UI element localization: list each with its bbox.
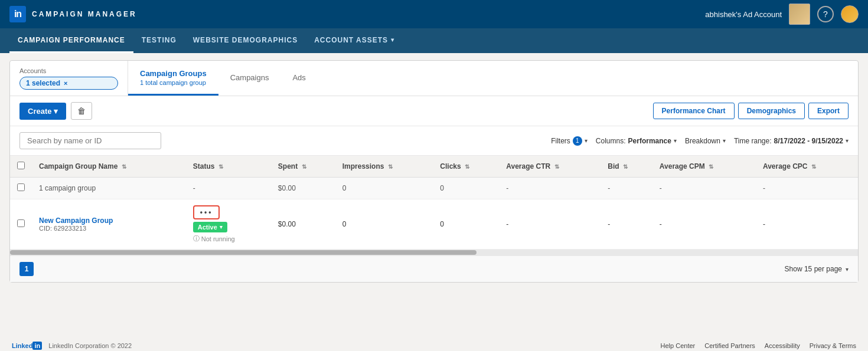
col-avg-cpc-sort[interactable]: ⇅ <box>811 163 816 170</box>
columns-label: Columns: <box>596 137 626 145</box>
select-all-checkbox[interactable] <box>17 162 25 169</box>
tab-ads-label: Ads <box>292 73 305 82</box>
row-action-button[interactable]: ••• <box>193 205 220 219</box>
tab-campaign-groups-label: Campaign Groups <box>140 69 207 78</box>
col-spent-sort[interactable]: ⇅ <box>302 163 306 170</box>
columns-dropdown[interactable]: Columns: Performance ▾ <box>596 137 677 145</box>
row-bid: - <box>601 199 652 250</box>
accounts-selected-text: 1 selected <box>26 79 60 87</box>
row-avg-cpc: - <box>756 199 858 250</box>
account-name: abhishek's Ad Account <box>705 10 782 19</box>
summary-status: - <box>186 178 271 199</box>
footer-accessibility[interactable]: Accessibility <box>765 342 800 349</box>
col-clicks-sort[interactable]: ⇅ <box>465 163 469 170</box>
breakdown-dropdown[interactable]: Breakdown ▾ <box>685 137 726 145</box>
create-button[interactable]: Create ▾ <box>19 103 66 120</box>
page-1-button[interactable]: 1 <box>19 262 34 276</box>
accounts-section: Accounts 1 selected × <box>10 61 128 96</box>
pagination-bar: 1 Show 15 per page ▾ <box>10 255 858 282</box>
accounts-clear-icon[interactable]: × <box>64 80 67 87</box>
row-impressions: 0 <box>335 199 433 250</box>
summary-impressions: 0 <box>335 178 433 199</box>
app-title: CAMPAIGN MANAGER <box>32 10 137 18</box>
col-status-sort[interactable]: ⇅ <box>218 163 223 170</box>
scroll-thumb[interactable] <box>10 250 477 255</box>
row-avg-cpm: - <box>652 199 756 250</box>
status-active-badge[interactable]: Active ▾ <box>193 222 227 232</box>
main-card: Accounts 1 selected × Campaign Groups 1 … <box>9 60 859 283</box>
horizontal-scrollbar[interactable] <box>10 250 858 255</box>
table-wrap: Campaign Group Name ⇅ Status ⇅ Spent ⇅ <box>10 156 858 250</box>
summary-clicks: 0 <box>433 178 499 199</box>
delete-button[interactable]: 🗑 <box>71 102 92 120</box>
show-per-page-chevron: ▾ <box>846 266 849 273</box>
account-avatar <box>789 4 810 25</box>
time-range-label: Time range: <box>734 137 772 145</box>
col-bid-sort[interactable]: ⇅ <box>623 163 628 170</box>
export-button[interactable]: Export <box>808 103 849 119</box>
footer-logo: Linkedin <box>12 342 42 350</box>
secondary-nav: CAMPAIGN PERFORMANCE TESTING WEBSITE DEM… <box>0 28 868 53</box>
main-content: Accounts 1 selected × Campaign Groups 1 … <box>0 53 868 336</box>
breakdown-label: Breakdown <box>685 137 720 145</box>
col-avg-ctr-sort[interactable]: ⇅ <box>554 163 559 170</box>
campaign-group-link[interactable]: New Campaign Group <box>39 216 179 225</box>
top-bar-left: in CAMPAIGN MANAGER <box>9 6 137 22</box>
card-header: Accounts 1 selected × Campaign Groups 1 … <box>10 61 858 96</box>
toolbar: Create ▾ 🗑 Performance Chart Demographic… <box>10 96 858 126</box>
nav-website-demographics[interactable]: WEBSITE DEMOGRAPHICS <box>185 28 306 53</box>
filters-count: 1 <box>573 136 582 146</box>
footer: Linkedin LinkedIn Corporation © 2022 Hel… <box>0 336 868 351</box>
col-avg-ctr: Average CTR ⇅ <box>499 156 601 178</box>
not-running-status: ⓘ Not running <box>193 234 264 243</box>
accounts-label: Accounts <box>19 67 118 74</box>
breakdown-chevron: ▾ <box>723 137 726 144</box>
nav-account-assets[interactable]: ACCOUNT ASSETS ▾ <box>306 28 403 53</box>
performance-chart-button[interactable]: Performance Chart <box>653 103 735 119</box>
col-impressions-sort[interactable]: ⇅ <box>388 163 393 170</box>
col-bid: Bid ⇅ <box>601 156 652 178</box>
row-checkbox[interactable] <box>17 219 25 227</box>
nav-testing[interactable]: TESTING <box>133 28 185 53</box>
filters-dropdown[interactable]: Filters 1 ▾ <box>551 136 588 146</box>
tab-campaigns[interactable]: Campaigns <box>218 61 281 96</box>
search-input[interactable] <box>19 132 161 149</box>
tab-campaigns-label: Campaigns <box>230 73 269 82</box>
top-bar-right: abhishek's Ad Account ? <box>705 4 859 25</box>
show-per-page-dropdown[interactable]: Show 15 per page ▾ <box>785 265 849 273</box>
filters-label: Filters <box>551 137 570 145</box>
footer-privacy-terms[interactable]: Privacy & Terms <box>810 342 856 349</box>
summary-bid: - <box>601 178 652 199</box>
col-avg-cpm: Average CPM ⇅ <box>652 156 756 178</box>
summary-checkbox[interactable] <box>17 183 25 191</box>
col-clicks: Clicks ⇅ <box>433 156 499 178</box>
filters-chevron: ▾ <box>585 137 588 144</box>
filter-bar: Filters 1 ▾ Columns: Performance ▾ Break… <box>10 126 858 156</box>
tab-campaign-groups-sub: 1 total campaign group <box>140 79 207 86</box>
status-chevron: ▾ <box>220 224 223 230</box>
footer-left: Linkedin LinkedIn Corporation © 2022 <box>12 342 132 349</box>
user-avatar[interactable] <box>841 5 859 23</box>
col-name-sort[interactable]: ⇅ <box>122 163 126 170</box>
campaign-groups-table: Campaign Group Name ⇅ Status ⇅ Spent ⇅ <box>10 156 858 250</box>
footer-links: Help Center Certified Partners Accessibi… <box>661 342 856 349</box>
footer-help-center[interactable]: Help Center <box>661 342 696 349</box>
help-icon[interactable]: ? <box>817 6 834 22</box>
footer-certified-partners[interactable]: Certified Partners <box>704 342 755 349</box>
nav-campaign-performance[interactable]: CAMPAIGN PERFORMANCE <box>9 28 133 53</box>
tab-ads[interactable]: Ads <box>280 61 317 96</box>
footer-logo-in: in <box>32 342 42 350</box>
summary-name: 1 campaign group <box>32 178 186 199</box>
row-name-cell: New Campaign Group CID: 629233213 <box>32 199 186 250</box>
filter-right: Filters 1 ▾ Columns: Performance ▾ Break… <box>551 136 849 146</box>
toolbar-left: Create ▾ 🗑 <box>19 102 92 120</box>
summary-avg-ctr: - <box>499 178 601 199</box>
time-range-dropdown[interactable]: Time range: 8/17/2022 - 9/15/2022 ▾ <box>734 137 849 145</box>
summary-avg-cpc: - <box>756 178 858 199</box>
tab-campaign-groups[interactable]: Campaign Groups 1 total campaign group <box>128 61 218 96</box>
summary-avg-cpm: - <box>652 178 756 199</box>
col-avg-cpm-sort[interactable]: ⇅ <box>709 163 713 170</box>
demographics-button[interactable]: Demographics <box>738 103 805 119</box>
table-row: New Campaign Group CID: 629233213 ••• Ac… <box>10 199 858 250</box>
col-avg-cpc: Average CPC ⇅ <box>756 156 858 178</box>
